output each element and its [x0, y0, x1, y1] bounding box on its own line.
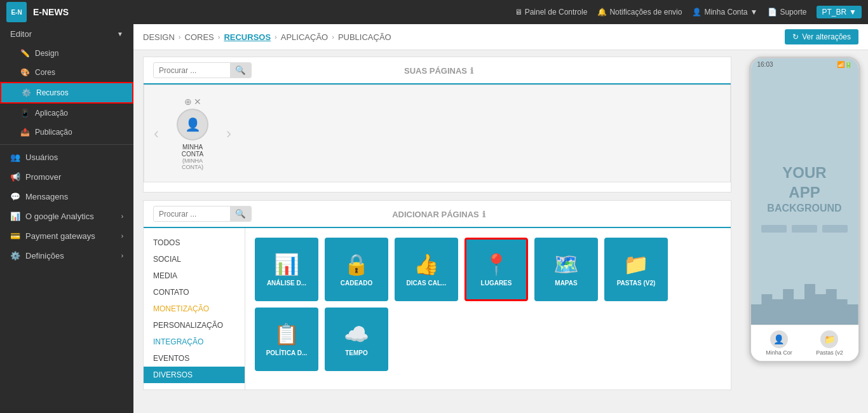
cat-media[interactable]: MEDIA [144, 267, 245, 284]
suas-paginas-search-button[interactable]: 🔍 [230, 63, 251, 78]
promover-label: Promover [25, 172, 61, 182]
breadcrumb-publicacao[interactable]: PUBLICAÇÃO [338, 32, 391, 42]
design-label: Design [35, 49, 58, 58]
politica-label: POLÍTICA D... [266, 349, 308, 356]
editor-chevron-icon: ▼ [117, 30, 123, 37]
lang-button[interactable]: PT_BR ▼ [817, 6, 862, 18]
definicoes-label: Definições [25, 251, 64, 261]
breadcrumb-design[interactable]: DESIGN [143, 32, 175, 42]
aplicacao-label: Aplicação [35, 109, 68, 118]
add-pages-search-button[interactable]: 🔍 [230, 207, 251, 221]
editor-label: Editor [10, 29, 32, 39]
phone-content: YOUR APP BACKGROUND [751, 71, 858, 325]
sidebar-item-design[interactable]: ✏️ Design [0, 44, 133, 63]
sidebar-item-definicoes[interactable]: ⚙️ Definições › [0, 246, 133, 266]
app-logo: E-N [6, 2, 27, 22]
delete-icon[interactable]: ✕ [194, 97, 201, 107]
ver-alteracoes-button[interactable]: ↻ Ver alterações [785, 29, 858, 44]
cat-todos[interactable]: TODOS [144, 234, 245, 251]
user-icon: 👤 [692, 8, 702, 17]
publicacao-label: Publicação [35, 128, 72, 137]
minha-conta-link[interactable]: 👤 Minha Conta ▼ [692, 8, 757, 17]
sidebar-item-recursos[interactable]: ⚙️ Recursos [0, 82, 133, 104]
phone-line3: BACKGROUND [767, 202, 841, 215]
breadcrumb-cores[interactable]: CORES [185, 32, 214, 42]
app-name: E-NEWS [33, 7, 69, 17]
suas-paginas-search-input[interactable] [154, 64, 230, 78]
usuarios-icon: 👥 [10, 152, 20, 162]
google-label: O google Analytics [25, 212, 94, 221]
mensagens-icon: 💬 [10, 192, 20, 201]
adicionar-paginas-section: 🔍 ADICIONAR PÁGINAS ℹ TODOS SOCIAL MEDIA [143, 200, 731, 390]
sidebar-item-promover[interactable]: 📢 Promover [0, 167, 133, 187]
sidebar-item-mensagens[interactable]: 💬 Mensagens [0, 187, 133, 207]
page-card-avatar: 👤 [177, 109, 208, 140]
analise-label: ANÁLISE D... [267, 280, 306, 287]
cat-eventos[interactable]: EVENTOS [144, 350, 245, 367]
painel-link[interactable]: 🖥 Painel de Controle [515, 8, 588, 17]
tile-lugares[interactable]: 📍 LUGARES [465, 238, 528, 301]
editor-header[interactable]: Editor ▼ [0, 24, 133, 44]
top-bar-right: 🖥 Painel de Controle 🔔 Notificações de e… [515, 6, 862, 18]
cadeado-icon: 🔒 [344, 252, 369, 276]
prev-page-arrow[interactable]: ‹ [151, 121, 162, 146]
sidebar-item-google[interactable]: 📊 O google Analytics › [0, 207, 133, 226]
cat-integracao[interactable]: INTEGRAÇÃO [144, 334, 245, 350]
payment-chevron-icon: › [121, 233, 123, 240]
cat-contato[interactable]: CONTATO [144, 284, 245, 301]
sidebar-item-publicacao[interactable]: 📤 Publicação [0, 123, 133, 142]
add-pages-search-input[interactable] [154, 207, 230, 221]
cat-diversos[interactable]: DIVERSOS [144, 367, 245, 383]
ver-label: Ver alterações [802, 32, 851, 41]
next-page-arrow[interactable]: › [223, 121, 234, 146]
notificacoes-link[interactable]: 🔔 Notificações de envio [597, 8, 682, 17]
tile-tempo[interactable]: ☁️ TEMPO [325, 308, 388, 371]
tile-mapas[interactable]: 🗺️ MAPAS [534, 238, 598, 301]
phone-box-2 [792, 225, 817, 233]
breadcrumb-sep-3: › [275, 33, 277, 41]
breadcrumb-recursos[interactable]: RECURSOS [224, 32, 271, 42]
suporte-link[interactable]: 📄 Suporte [768, 8, 806, 17]
payment-label: Payment gateways [25, 231, 95, 241]
politica-icon: 📋 [274, 322, 299, 346]
pages-main: 🔍 SUAS PÁGINAS ℹ ‹ ⊕ ✕ [133, 50, 741, 413]
sidebar-item-usuarios[interactable]: 👥 Usuários [0, 147, 133, 167]
tile-dicas[interactable]: 👍 DICAS CAL... [395, 238, 458, 301]
sidebar-item-payment[interactable]: 💳 Payment gateways › [0, 226, 133, 246]
cadeado-label: CADEADO [341, 280, 373, 287]
tempo-label: TEMPO [345, 349, 368, 356]
phone-signal-icons: 📶🔋 [837, 61, 852, 68]
phone-line1: YOUR [767, 163, 841, 182]
mapas-label: MAPAS [555, 280, 577, 287]
sidebar-divider-1 [0, 144, 133, 145]
lugares-icon: 📍 [484, 252, 509, 276]
cat-social[interactable]: SOCIAL [144, 251, 245, 267]
tile-analise[interactable]: 📊 ANÁLISE D... [255, 238, 318, 301]
tile-pastas[interactable]: 📁 PASTAS (V2) [604, 238, 668, 301]
cat-personalizacao[interactable]: PERSONALIZAÇÃO [144, 317, 245, 334]
phone-bottom-pastas-icon: 📁 [820, 330, 838, 348]
page-card-name: MINHA CONTA [172, 144, 213, 158]
phone-bg-text: YOUR APP BACKGROUND [767, 163, 841, 215]
cat-monetizacao[interactable]: MONETIZAÇÃO [144, 301, 245, 317]
page-card-minha-conta[interactable]: ⊕ ✕ 👤 MINHA CONTA (MINHA CONTA) [167, 91, 218, 175]
sidebar-item-cores[interactable]: 🎨 Cores [0, 63, 133, 82]
phone-box-3 [822, 225, 848, 233]
design-icon: ✏️ [20, 49, 30, 58]
phone-bottom-pastas-label: Pastas (v2 [816, 349, 843, 356]
sidebar-item-aplicacao[interactable]: 📱 Aplicação [0, 104, 133, 123]
tile-politica[interactable]: 📋 POLÍTICA D... [255, 308, 318, 371]
suas-paginas-row: ‹ ⊕ ✕ 👤 MINHA CONTA (MINHA CONTA) › [144, 85, 731, 182]
move-icon[interactable]: ⊕ [184, 97, 192, 107]
categories-list: TODOS SOCIAL MEDIA CONTATO MONETIZAÇÃO P… [144, 228, 245, 389]
definicoes-chevron-icon: › [121, 252, 123, 259]
tile-cadeado[interactable]: 🔒 CADEADO [325, 238, 388, 301]
breadcrumb-aplicacao[interactable]: APLICAÇÃO [281, 32, 328, 42]
dicas-icon: 👍 [414, 252, 439, 276]
breadcrumb-sep-4: › [332, 33, 334, 41]
lang-chevron-icon: ▼ [849, 8, 857, 17]
sidebar: Editor ▼ ✏️ Design 🎨 Cores ⚙️ Recursos 📱… [0, 24, 133, 413]
city-silhouette [751, 274, 858, 325]
add-pages-search[interactable]: 🔍 [153, 206, 252, 222]
suas-paginas-search[interactable]: 🔍 [153, 62, 252, 78]
